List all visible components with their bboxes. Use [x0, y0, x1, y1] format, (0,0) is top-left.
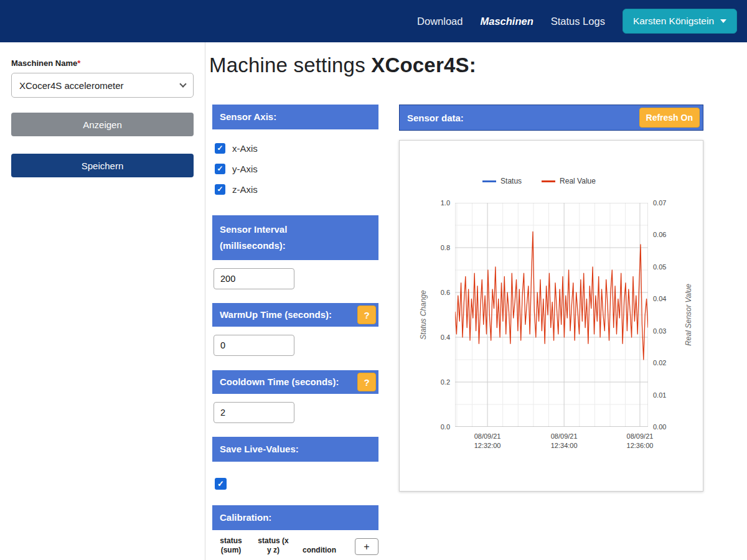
axis-label: x-Axis [232, 143, 258, 154]
user-name: Karsten Königstein [633, 16, 714, 27]
save-live-values-header: Save Live-Values: [212, 437, 378, 462]
legend-item: Status [482, 177, 522, 185]
sensor-chart: StatusReal Value Status Change Real Sens… [399, 140, 703, 492]
axis-tick-label: 0.03 [653, 327, 666, 335]
sensor-axis-header: Sensor Axis: [212, 105, 378, 129]
speichern-button[interactable]: Speichern [11, 154, 194, 177]
anzeigen-button[interactable]: Anzeigen [11, 113, 194, 136]
x-axis-tick-label: 08/09/2112:34:00 [536, 432, 592, 450]
right-axis-ticks: 0.070.060.050.040.030.020.010.00 [653, 203, 690, 427]
axis-tick-label: 0.6 [441, 288, 450, 297]
sensor-data-header: Sensor data: Refresh On [399, 105, 703, 131]
sensor-data-panel: Sensor data: Refresh On StatusReal Value… [399, 105, 703, 492]
chevron-down-icon [179, 80, 186, 87]
save-live-checkbox-slot: ✓ [215, 478, 378, 490]
axis-tick-label: 0.00 [653, 422, 666, 431]
axis-checkbox-list: ✓x-Axis✓y-Axis✓z-Axis [215, 138, 378, 200]
cooldown-help-button[interactable]: ? [357, 373, 376, 391]
axis-tick-label: 0.2 [441, 378, 450, 386]
axis-tick-label: 0.0 [441, 422, 450, 431]
refresh-on-button[interactable]: Refresh On [639, 108, 700, 128]
chart-plot-svg [455, 203, 648, 427]
axis-tick-label: 0.06 [653, 230, 666, 239]
axis-option: ✓z-Axis [215, 179, 378, 200]
machine-name-label: Maschinen Name* [11, 58, 194, 68]
required-asterisk: * [77, 58, 80, 68]
axis-tick-label: 0.8 [441, 243, 450, 252]
chart-plot-area [455, 203, 648, 427]
axis-tick-label: 0.05 [653, 263, 666, 271]
calibration-column-header: status (x y z) [257, 536, 289, 555]
legend-label: Status [500, 177, 522, 185]
machine-select-value: XCocer4S accelerometer [19, 80, 124, 91]
series-line-real-value [455, 231, 648, 360]
legend-line-swatch [482, 180, 496, 182]
machine-settings-form: Sensor Axis: ✓x-Axis✓y-Axis✓z-Axis Senso… [212, 105, 378, 555]
machine-select[interactable]: XCocer4S accelerometer [11, 73, 194, 98]
warmup-input[interactable] [214, 335, 294, 356]
axis-tick-label: 0.04 [653, 294, 666, 303]
left-axis-ticks: 1.00.80.60.40.20.0 [400, 203, 450, 427]
legend-item: Real Value [542, 177, 596, 185]
cooldown-header: Cooldown Time (seconds): ? [212, 370, 378, 394]
nav-link-maschinen[interactable]: Maschinen [480, 16, 533, 27]
axis-checkbox[interactable]: ✓ [215, 143, 225, 154]
top-navbar: DownloadMaschinenStatus Logs Karsten Kön… [0, 0, 747, 42]
axis-tick-label: 0.02 [653, 358, 666, 367]
navbar-links: DownloadMaschinenStatus Logs [417, 16, 605, 27]
axis-tick-label: 0.01 [653, 391, 666, 399]
x-axis-ticks: 08/09/2112:32:0008/09/2112:34:0008/09/21… [455, 432, 648, 457]
axis-checkbox[interactable]: ✓ [215, 164, 225, 174]
axis-label: z-Axis [232, 184, 258, 195]
axis-tick-label: 0.4 [441, 333, 450, 342]
user-menu-button[interactable]: Karsten Königstein [622, 9, 737, 34]
caret-down-icon [720, 19, 726, 23]
warmup-header: WarmUp Time (seconds): ? [212, 303, 378, 327]
page-title: Machine settings XCocer4S: [209, 54, 476, 77]
legend-line-swatch [542, 180, 555, 182]
x-axis-tick-label: 08/09/2112:36:00 [612, 432, 668, 450]
calibration-column-header: status (sum) [215, 536, 247, 555]
add-calibration-row-button[interactable]: + [355, 538, 378, 555]
warmup-help-button[interactable]: ? [357, 306, 376, 324]
nav-link-status-logs[interactable]: Status Logs [551, 16, 605, 27]
axis-tick-label: 1.0 [441, 198, 450, 207]
axis-tick-label: 0.07 [653, 198, 666, 207]
calibration-header: Calibration: [212, 505, 378, 530]
legend-label: Real Value [560, 177, 596, 185]
axis-option: ✓x-Axis [215, 138, 378, 159]
calibration-column-header: condition [299, 546, 339, 555]
nav-link-download[interactable]: Download [417, 16, 463, 27]
cooldown-input[interactable] [214, 402, 294, 423]
chart-legend: StatusReal Value [430, 177, 648, 185]
sensor-interval-input[interactable] [214, 268, 294, 289]
axis-option: ✓y-Axis [215, 159, 378, 179]
axis-label: y-Axis [232, 164, 258, 174]
sensor-interval-header: Sensor Interval (milliseconds): [212, 215, 378, 260]
save-live-checkbox[interactable]: ✓ [215, 478, 227, 490]
x-axis-tick-label: 08/09/2112:32:00 [459, 432, 515, 450]
calibration-header-row: status (sum)status (x y z)condition+ [212, 536, 378, 555]
sidebar: Maschinen Name* XCocer4S accelerometer A… [0, 42, 205, 560]
axis-checkbox[interactable]: ✓ [215, 184, 225, 195]
